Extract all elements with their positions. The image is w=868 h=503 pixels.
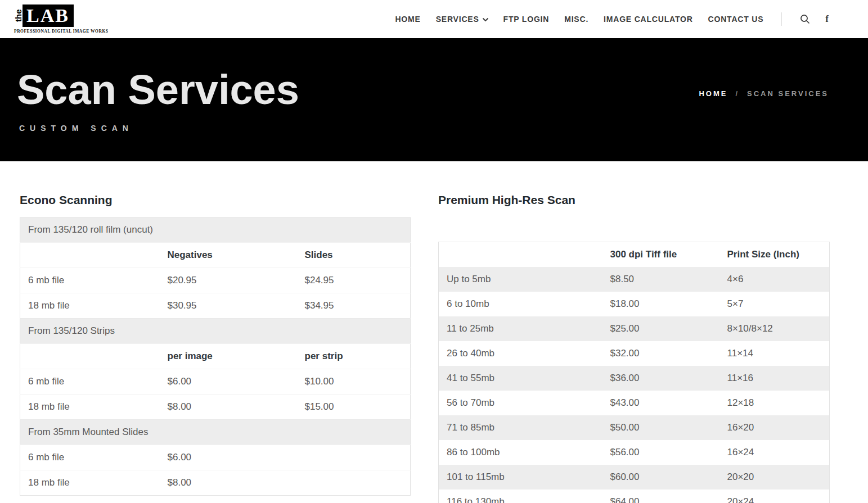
table-cell: 71 to 85mb (439, 415, 602, 440)
breadcrumb-separator: / (735, 89, 739, 98)
table-cell: 11 to 25mb (439, 316, 602, 341)
table-row: 6 to 10mb$18.005×7 (439, 292, 830, 316)
table-cell: 18 mb file (20, 293, 160, 319)
table-cell: $10.00 (297, 369, 411, 395)
table-cell: $8.00 (160, 470, 297, 496)
table-header-row: 300 dpi Tiff filePrint Size (Inch) (439, 242, 830, 268)
table-header-row: per imageper strip (20, 344, 411, 369)
logo-prefix: the (14, 4, 23, 27)
table-cell: $56.00 (602, 440, 719, 465)
table-cell: per image (160, 344, 297, 369)
table-cell: From 135/120 Strips (20, 319, 411, 344)
search-icon[interactable] (800, 14, 810, 24)
logo-text: LAB (23, 4, 74, 27)
nav-item-services[interactable]: SERVICES (436, 15, 488, 24)
nav-divider (781, 12, 782, 26)
table-cell: $6.00 (160, 369, 297, 395)
table-cell: per strip (297, 344, 411, 369)
table-row: Up to 5mb$8.504×6 (439, 267, 830, 292)
table-row: 18 mb file$30.95$34.95 (20, 293, 411, 319)
table-cell: 86 to 100mb (439, 440, 602, 465)
table-cell (297, 445, 411, 470)
nav-item-misc[interactable]: MISC. (564, 15, 588, 24)
main-content: Econo Scanning From 135/120 roll film (u… (0, 161, 868, 503)
table-row: 56 to 70mb$43.0012×18 (439, 391, 830, 415)
nav-item-home[interactable]: HOME (395, 15, 420, 24)
table-header-row: NegativesSlides (20, 243, 411, 268)
table-cell: 41 to 55mb (439, 366, 602, 391)
table-cell: $43.00 (602, 391, 719, 415)
table-cell: Print Size (Inch) (719, 242, 830, 268)
table-row: 86 to 100mb$56.0016×24 (439, 440, 830, 465)
table-cell: 6 to 10mb (439, 292, 602, 316)
site-logo[interactable]: the LAB PROFESSIONAL DIGITAL IMAGE WORKS (14, 4, 109, 34)
table-cell: 20×24 (719, 490, 830, 503)
table-cell: $60.00 (602, 465, 719, 490)
table-cell: 6 mb file (20, 268, 160, 293)
table-cell: $64.00 (602, 490, 719, 503)
breadcrumb-current: SCAN SERVICES (747, 89, 829, 98)
nav-item-label: HOME (395, 15, 420, 24)
table-cell: $30.95 (160, 293, 297, 319)
site-header: the LAB PROFESSIONAL DIGITAL IMAGE WORKS… (0, 0, 868, 38)
nav-item-image-calculator[interactable]: IMAGE CALCULATOR (604, 15, 693, 24)
table-row: 116 to 130mb$64.0020×24 (439, 490, 830, 503)
section-heading-econo: Econo Scanning (20, 193, 411, 207)
table-cell: From 35mm Mounted Slides (20, 420, 411, 445)
table-row: 11 to 25mb$25.008×10/8×12 (439, 316, 830, 341)
table-section-row: From 135/120 Strips (20, 319, 411, 344)
logo-mark: the LAB (14, 4, 109, 27)
table-cell: 4×6 (719, 267, 830, 292)
page-subtitle: CUSTOM SCAN (19, 124, 299, 133)
table-cell: $24.95 (297, 268, 411, 293)
breadcrumb-home-link[interactable]: HOME (699, 89, 727, 98)
econo-price-table: From 135/120 roll film (uncut)NegativesS… (20, 217, 411, 496)
logo-tagline: PROFESSIONAL DIGITAL IMAGE WORKS (14, 29, 109, 34)
table-cell: 6 mb file (20, 369, 160, 395)
table-cell: 20×20 (719, 465, 830, 490)
table-cell: 11×16 (719, 366, 830, 391)
page-title: Scan Services (17, 68, 299, 112)
table-row: 101 to 115mb$60.0020×20 (439, 465, 830, 490)
table-cell: $8.00 (160, 395, 297, 420)
section-heading-premium: Premium High-Res Scan (438, 193, 830, 207)
table-section-row: From 135/120 roll film (uncut) (20, 217, 411, 243)
table-cell: 18 mb file (20, 395, 160, 420)
nav-item-label: MISC. (564, 15, 588, 24)
nav-item-label: CONTACT US (708, 15, 764, 24)
table-cell: 5×7 (719, 292, 830, 316)
table-cell: $25.00 (602, 316, 719, 341)
nav-item-contact-us[interactable]: CONTACT US (708, 15, 764, 24)
table-cell: 101 to 115mb (439, 465, 602, 490)
econo-scanning-section: Econo Scanning From 135/120 roll film (u… (20, 193, 411, 496)
table-row: 71 to 85mb$50.0016×20 (439, 415, 830, 440)
table-cell: Slides (297, 243, 411, 268)
table-cell: 11×14 (719, 341, 830, 366)
table-row: 6 mb file$20.95$24.95 (20, 268, 411, 293)
nav-item-label: IMAGE CALCULATOR (604, 15, 693, 24)
hero-text-block: Scan Services CUSTOM SCAN (17, 67, 299, 133)
table-cell: $8.50 (602, 267, 719, 292)
table-cell: $36.00 (602, 366, 719, 391)
table-cell: 18 mb file (20, 470, 160, 496)
nav-item-label: FTP LOGIN (503, 15, 550, 24)
table-cell: From 135/120 roll film (uncut) (20, 217, 411, 243)
table-cell: 16×20 (719, 415, 830, 440)
nav-item-ftp-login[interactable]: FTP LOGIN (503, 15, 550, 24)
premium-scan-section: Premium High-Res Scan 300 dpi Tiff fileP… (438, 193, 830, 503)
table-cell: $34.95 (297, 293, 411, 319)
table-cell: $6.00 (160, 445, 297, 470)
table-row: 26 to 40mb$32.0011×14 (439, 341, 830, 366)
page: the LAB PROFESSIONAL DIGITAL IMAGE WORKS… (0, 0, 868, 503)
nav-item-label: SERVICES (436, 15, 479, 24)
chevron-down-icon (483, 15, 488, 24)
facebook-icon[interactable]: f (825, 13, 829, 25)
table-cell: $20.95 (160, 268, 297, 293)
main-nav: HOME SERVICES FTP LOGIN MISC. IMAGE CALC… (395, 12, 829, 26)
table-row: 41 to 55mb$36.0011×16 (439, 366, 830, 391)
table-cell: $50.00 (602, 415, 719, 440)
table-cell: 56 to 70mb (439, 391, 602, 415)
table-cell: Negatives (160, 243, 297, 268)
table-cell (20, 344, 160, 369)
table-row: 18 mb file$8.00 (20, 470, 411, 496)
